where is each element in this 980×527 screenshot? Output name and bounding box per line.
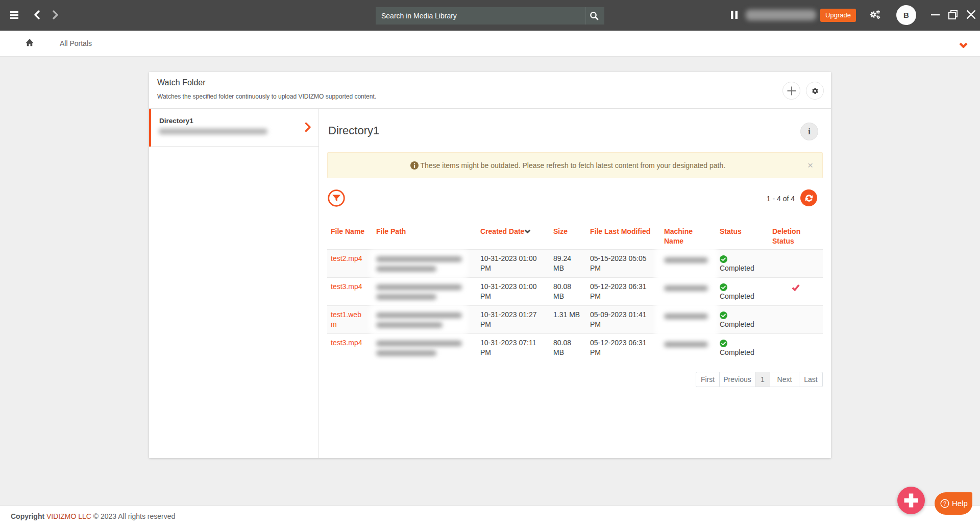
- svg-text:?: ?: [943, 500, 946, 507]
